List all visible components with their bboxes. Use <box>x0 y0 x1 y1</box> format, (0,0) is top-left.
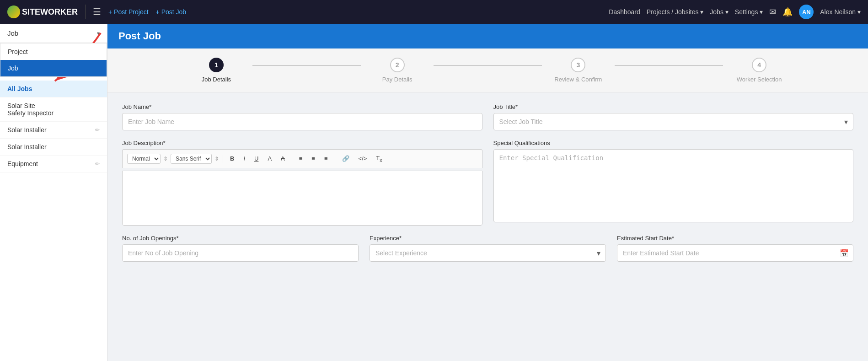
form-row-3: No. of Job Openings* Experience* Select … <box>122 235 853 262</box>
step-3-label: Review & Confirm <box>554 76 602 83</box>
edit-icon-1[interactable]: ✏ <box>95 127 100 133</box>
sidebar-item-solar-installer-1[interactable]: Solar Installer ✏ <box>0 122 107 139</box>
special-qualifications-textarea[interactable] <box>493 149 854 222</box>
form-row-2: Job Description* Normal ⇕ Sans Serif ⇕ B <box>122 140 853 226</box>
job-name-group: Job Name* <box>122 103 482 130</box>
font-arrow-icon: ⇕ <box>214 156 219 162</box>
step-3: 3 Review & Confirm <box>488 58 669 83</box>
logo: SITEWORKER <box>7 5 78 18</box>
job-description-group: Job Description* Normal ⇕ Sans Serif ⇕ B <box>122 140 482 226</box>
editor-underline-btn[interactable]: U <box>251 154 262 163</box>
estimated-start-input[interactable] <box>617 244 853 262</box>
sidebar-item-solar-site-safety[interactable]: Solar Site Safety Inspector <box>0 97 107 122</box>
special-qualifications-label: Special Qualifications <box>493 140 854 146</box>
sidebar-item-all-jobs[interactable]: All Jobs <box>0 81 107 97</box>
topnav: SITEWORKER ☰ + Post Project + Post Job D… <box>0 0 868 24</box>
sidebar: Job ▾ Project Job All Jobs Solar Site Sa… <box>0 24 107 361</box>
sidebar-dropdown-chevron: ▾ <box>97 30 100 37</box>
form-row-1: Job Name* Job Title* Select Job Title ▾ <box>122 103 853 130</box>
sidebar-item-equipment[interactable]: Equipment ✏ <box>0 156 107 172</box>
step-4: 4 Worker Selection <box>669 58 850 83</box>
avatar: AN <box>799 5 814 19</box>
editor-clear-btn[interactable]: Tx <box>373 153 385 164</box>
main-content: Post Job 1 Job Details 2 Pay Details 3 <box>107 24 868 361</box>
special-qualifications-group: Special Qualifications <box>493 140 854 226</box>
settings-link[interactable]: Settings ▾ <box>735 8 763 16</box>
edit-icon-2[interactable]: ✏ <box>95 161 100 167</box>
editor-body[interactable] <box>122 171 482 226</box>
step-1: 1 Job Details <box>126 58 307 83</box>
job-title-label: Job Title* <box>493 103 854 110</box>
sidebar-dropdown-label: Job <box>7 29 18 37</box>
editor-style-select[interactable]: Normal <box>127 154 161 164</box>
sidebar-list: All Jobs Solar Site Safety Inspector Sol… <box>0 77 107 176</box>
nav-divider <box>85 5 86 19</box>
experience-select[interactable]: Select Experience <box>370 244 606 262</box>
no-of-openings-group: No. of Job Openings* <box>122 235 359 262</box>
step-2-circle: 2 <box>390 58 405 72</box>
job-description-label: Job Description* <box>122 140 482 146</box>
editor-italic-btn[interactable]: I <box>240 154 248 163</box>
job-title-select-wrapper: Select Job Title ▾ <box>493 113 854 130</box>
no-of-openings-label: No. of Job Openings* <box>122 235 359 242</box>
estimated-start-wrapper: 📅 <box>617 244 853 262</box>
settings-chevron-icon: ▾ <box>760 8 763 16</box>
logo-text: SITEWORKER <box>22 7 78 17</box>
step-2-label: Pay Details <box>382 76 413 83</box>
projects-chevron-icon: ▾ <box>700 8 703 16</box>
step-3-circle: 3 <box>571 58 585 72</box>
sidebar-item-solar-installer-2[interactable]: Solar Installer <box>0 139 107 156</box>
post-project-link[interactable]: + Post Project <box>108 8 149 16</box>
mail-icon[interactable]: ✉ <box>769 7 776 17</box>
steps-bar: 1 Job Details 2 Pay Details 3 Review & C… <box>107 48 868 92</box>
editor-ul-btn[interactable]: ≡ <box>308 154 318 163</box>
estimated-start-group: Estimated Start Date* 📅 <box>617 235 853 262</box>
editor-code-btn[interactable]: </> <box>355 154 370 163</box>
estimated-start-label: Estimated Start Date* <box>617 235 853 242</box>
sidebar-menu-project[interactable]: Project <box>0 43 107 60</box>
toolbar-divider-3 <box>335 155 335 163</box>
dashboard-link[interactable]: Dashboard <box>609 8 640 16</box>
jobs-link[interactable]: Jobs ▾ <box>710 8 728 16</box>
jobs-chevron-icon: ▾ <box>725 8 729 16</box>
sidebar-menu-job[interactable]: Job <box>0 60 107 76</box>
bell-icon[interactable]: 🔔 <box>782 7 793 17</box>
editor-text-color-btn[interactable]: A <box>264 154 275 163</box>
editor-highlight-btn[interactable]: A <box>278 154 288 163</box>
job-title-select[interactable]: Select Job Title <box>493 113 854 130</box>
experience-select-wrapper: Select Experience ▾ <box>370 244 606 262</box>
editor-ol-btn[interactable]: ≡ <box>296 154 306 163</box>
nav-right: Dashboard Projects / Jobsites ▾ Jobs ▾ S… <box>609 5 861 19</box>
editor-align-btn[interactable]: ≡ <box>321 154 331 163</box>
projects-jobsites-link[interactable]: Projects / Jobsites ▾ <box>647 8 704 16</box>
form-area: Job Name* Job Title* Select Job Title ▾ <box>107 92 868 282</box>
toolbar-divider-1 <box>223 155 223 163</box>
user-chevron-icon: ▾ <box>857 8 861 16</box>
editor-font-select[interactable]: Sans Serif <box>171 154 212 164</box>
logo-icon <box>7 5 20 18</box>
hamburger-icon[interactable]: ☰ <box>93 6 101 17</box>
no-of-openings-input[interactable] <box>122 244 359 262</box>
step-4-label: Worker Selection <box>737 76 782 83</box>
step-1-circle: 1 <box>209 58 224 72</box>
main-header: Post Job <box>107 24 868 48</box>
job-name-label: Job Name* <box>122 103 482 110</box>
sidebar-dropdown[interactable]: Job ▾ <box>0 24 107 43</box>
style-arrow-icon: ⇕ <box>163 156 168 162</box>
layout: Job ▾ Project Job All Jobs Solar Site Sa… <box>0 24 868 361</box>
toolbar-divider-2 <box>292 155 292 163</box>
editor-bold-btn[interactable]: B <box>227 154 237 163</box>
experience-label: Experience* <box>370 235 606 242</box>
page-title: Post Job <box>118 30 161 42</box>
post-job-link[interactable]: + Post Job <box>156 8 187 16</box>
step-1-label: Job Details <box>202 76 231 83</box>
editor-link-btn[interactable]: 🔗 <box>339 154 353 163</box>
editor-toolbar: Normal ⇕ Sans Serif ⇕ B I U A A <box>122 149 482 168</box>
step-2: 2 Pay Details <box>307 58 488 83</box>
sidebar-menu: Project Job <box>0 43 107 77</box>
job-name-input[interactable] <box>122 113 482 130</box>
job-title-group: Job Title* Select Job Title ▾ <box>493 103 854 130</box>
experience-group: Experience* Select Experience ▾ <box>370 235 606 262</box>
step-4-circle: 4 <box>752 58 766 72</box>
user-name[interactable]: Alex Neilson ▾ <box>820 8 861 16</box>
